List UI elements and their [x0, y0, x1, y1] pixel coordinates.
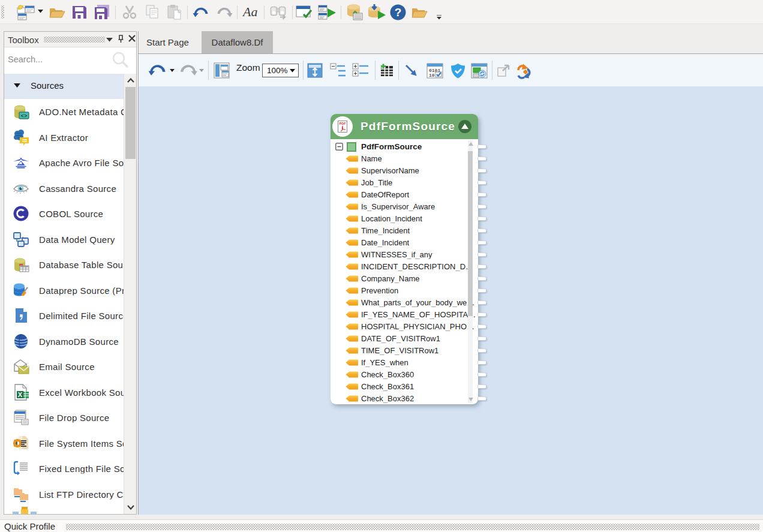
- svg-text:X: X: [18, 391, 23, 398]
- svg-text:<>: <>: [21, 113, 28, 119]
- svg-text:?: ?: [395, 6, 402, 19]
- svg-text:10: 10: [429, 73, 435, 78]
- svg-text:PDF: PDF: [340, 122, 347, 125]
